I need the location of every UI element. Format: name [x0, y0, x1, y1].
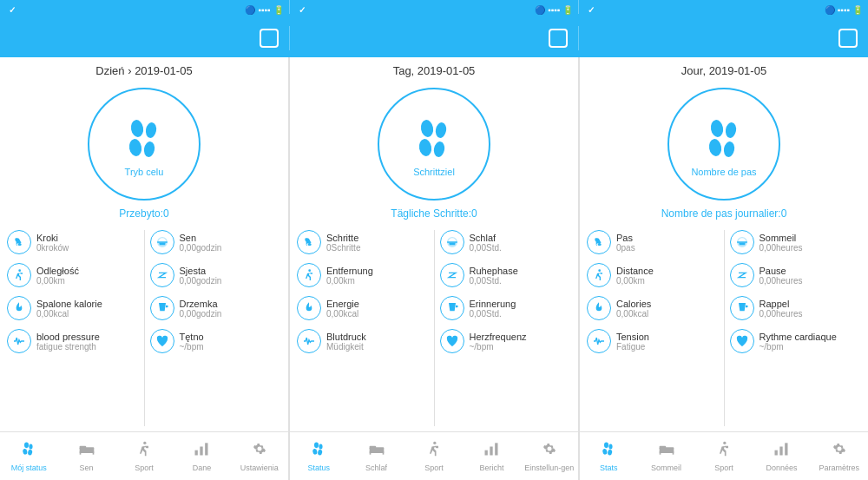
stat-icon-left-1-2 [7, 296, 31, 320]
stat-item-right-3-2: Rappel 0,00heures [727, 293, 865, 324]
svg-point-18 [598, 269, 601, 272]
nav-item-bericht[interactable]: Bericht [463, 432, 520, 480]
svg-point-1 [145, 122, 158, 139]
stat-name-left-1-2: Spalone kalorie [36, 299, 102, 309]
header-panel-2 [290, 19, 579, 57]
stat-name-left-2-0: Schritte [326, 233, 360, 243]
svg-rect-44 [496, 443, 498, 455]
nav-item-sommeil[interactable]: Sommeil [637, 432, 694, 480]
stat-value-left-2-1: 0,00km [326, 276, 373, 286]
nav-item-einstellung[interactable]: Einstellun-gen [521, 432, 578, 480]
bottom-navs: Mój status Sen Sport Dane Ustawienia Sta… [0, 431, 868, 480]
nav-item-sport3[interactable]: Sport [695, 432, 753, 480]
svg-point-9 [418, 138, 432, 157]
nav-item-donnees[interactable]: Données [753, 432, 810, 480]
nav-item-status-tab[interactable]: Status [290, 432, 347, 480]
stat-item-right-3-1: Pause 0,00heures [727, 260, 865, 291]
panel-2: Tag, 2019-01-05 Schrittziel Tägliche Sch… [290, 57, 579, 431]
nav-item-sport2[interactable]: Sport [405, 432, 463, 480]
stat-icon-left-2-2 [297, 296, 321, 320]
stat-text-right-1-0: Sen 0,00godzin [180, 233, 222, 253]
stat-item-left-2-3: Blutdruck Müdigkeit [293, 325, 432, 357]
stat-name-left-3-1: Distance [616, 266, 654, 276]
nav-label-sport3: Sport [714, 464, 733, 472]
stat-text-left-1-2: Spalone kalorie 0,00kcal [36, 299, 102, 319]
help-button-3[interactable] [838, 29, 858, 48]
footprint-label-2: Schrittziel [413, 167, 455, 177]
svg-rect-52 [672, 451, 674, 454]
stat-text-left-3-1: Distance 0,00km [616, 266, 654, 286]
stat-value-left-2-3: Müdigkeit [326, 342, 366, 352]
stat-name-right-2-2: Erinnerung [470, 299, 516, 309]
svg-rect-32 [206, 443, 208, 455]
stat-text-left-2-2: Energie 0,00kcal [326, 299, 359, 319]
help-button-2[interactable] [549, 29, 568, 48]
help-button-1[interactable] [260, 29, 279, 48]
nav-label-dane: Dane [193, 464, 212, 472]
stat-value-right-1-0: 0,00godzin [180, 243, 222, 253]
svg-point-24 [28, 449, 33, 455]
nav-item-sport1[interactable]: Sport [115, 432, 173, 480]
nav-label-donnees: Données [766, 464, 797, 472]
step-count-3: Nombre de pas journalier:0 [580, 204, 868, 225]
nav-icon-parametres [831, 440, 848, 462]
nav-item-dane[interactable]: Dane [173, 432, 230, 480]
stat-icon-right-2-0 [440, 230, 464, 254]
stat-value-right-1-1: 0,00godzin [180, 276, 222, 286]
svg-point-34 [319, 444, 323, 450]
stat-item-left-3-3: Tension Fatigue [583, 325, 722, 357]
stats-divider-1 [144, 230, 145, 426]
footprint-label-1: Tryb celu [125, 167, 164, 177]
stat-name-right-3-0: Sommeil [760, 233, 803, 243]
stat-icon-right-1-2 [150, 296, 174, 320]
nav-item-stats-tab[interactable]: Stats [580, 432, 637, 480]
svg-point-41 [433, 442, 436, 444]
svg-point-47 [602, 449, 608, 455]
svg-rect-42 [485, 450, 488, 456]
nav-item-schlaf[interactable]: Schlaf [347, 432, 404, 480]
nav-icon-donnees [773, 440, 790, 462]
svg-point-48 [608, 449, 613, 455]
nav-icon-moj-status [20, 440, 37, 462]
stat-item-right-2-1: Ruhephase 0,00Std. [437, 260, 575, 291]
footprint-label-3: Nombre de pas [691, 167, 756, 177]
stat-icon-right-3-3 [730, 329, 754, 353]
stat-name-right-1-2: Drzemka [180, 299, 222, 309]
stat-icon-right-1-0 [150, 230, 174, 254]
svg-point-35 [312, 449, 318, 455]
svg-point-46 [609, 444, 613, 450]
svg-rect-28 [92, 451, 94, 454]
nav-item-ustawienia[interactable]: Ustawienia [231, 432, 288, 480]
nav-label-ustawienia: Ustawienia [240, 464, 279, 472]
circle-area-1: Tryb celu [0, 81, 288, 204]
nav-label-status-tab: Status [307, 464, 330, 472]
stat-name-left-3-2: Calories [616, 299, 651, 309]
nav-label-einstellung: Einstellun-gen [524, 464, 574, 472]
nav-icon-ustawienia [251, 440, 268, 462]
nav-item-sen1[interactable]: Sen [57, 432, 115, 480]
status-bar-3: ✓ 🔵 ▪▪▪▪ 🔋 [579, 0, 868, 19]
svg-rect-56 [786, 443, 788, 455]
stat-value-right-3-1: 0,00heures [760, 276, 803, 286]
stat-text-right-2-0: Schlaf 0,00Std. [470, 233, 502, 253]
svg-point-2 [128, 138, 142, 157]
stat-value-left-3-3: Fatigue [616, 342, 649, 352]
stat-value-right-2-1: 0,00Std. [470, 276, 518, 286]
stat-name-right-1-3: Tętno [180, 332, 204, 342]
nav-section-3: Stats Sommeil Sport Données Paramètres [580, 432, 868, 480]
stat-name-left-2-3: Blutdruck [326, 332, 366, 342]
nav-item-parametres[interactable]: Paramètres [811, 432, 868, 480]
nav-item-moj-status[interactable]: Mój status [0, 432, 57, 480]
stat-text-left-1-0: Kroki 0kroków [36, 233, 69, 253]
stat-value-left-3-2: 0,00kcal [616, 309, 651, 319]
bt-icon-1: 🔵 [245, 5, 255, 15]
stat-text-left-1-3: blood pressure fatigue strength [36, 332, 100, 352]
svg-rect-5 [157, 241, 168, 242]
svg-rect-50 [659, 446, 666, 449]
stat-icon-right-1-1 [150, 263, 174, 287]
nav-section-2: Status Schlaf Sport Bericht Einstellun-g… [290, 432, 579, 480]
stat-item-right-1-1: Sjesta 0,00godzin [147, 260, 286, 291]
stat-item-right-2-0: Schlaf 0,00Std. [437, 227, 575, 258]
svg-point-29 [143, 442, 146, 444]
stat-icon-right-2-1 [440, 263, 464, 287]
